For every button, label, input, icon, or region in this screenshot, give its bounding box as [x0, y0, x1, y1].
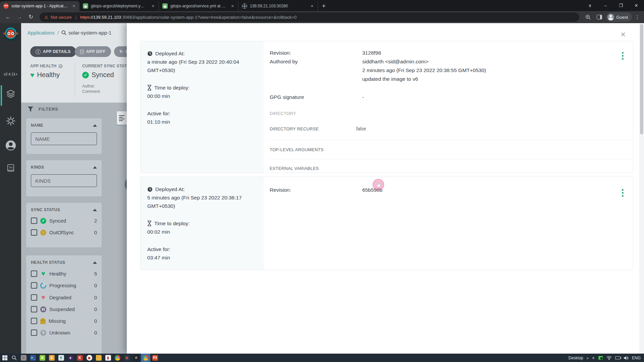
tab-close-icon[interactable]: ✕ — [309, 3, 315, 9]
filter-row-healthy[interactable]: ♥ Healthy 5 — [31, 270, 97, 277]
scrollbar[interactable] — [639, 23, 644, 354]
taskbar-file-explorer[interactable] — [94, 354, 103, 362]
wifi-icon[interactable] — [606, 356, 612, 360]
checkbox[interactable] — [31, 318, 37, 324]
collapse-chevron-icon[interactable] — [93, 124, 97, 127]
minimize-button[interactable]: – — [598, 3, 613, 8]
start-button[interactable] — [0, 354, 9, 362]
clock-icon — [147, 187, 153, 192]
window-menu-icon[interactable]: ∨ — [582, 3, 598, 8]
filter-row-unknown[interactable]: ? Unknown 0 — [31, 329, 97, 336]
collapse-chevron-icon[interactable] — [93, 166, 97, 169]
taskbar-app-powershell[interactable]: >_ — [28, 354, 38, 362]
checkbox[interactable] — [31, 294, 37, 301]
not-secure-warning-icon[interactable]: ⚠ — [44, 15, 48, 20]
sidebar-item-settings[interactable] — [0, 116, 21, 126]
github-favicon-icon — [83, 3, 88, 9]
taskbar-app-document[interactable]: ▮ — [103, 354, 113, 362]
browser-menu-icon[interactable]: ⋮ — [634, 14, 641, 20]
taskbar-app-chrome[interactable] — [113, 354, 122, 362]
network-monitor-tray-icon[interactable] — [598, 356, 603, 360]
filter-row-progressing[interactable]: Progressing 0 — [31, 282, 97, 289]
taskbar-search-button[interactable] — [9, 354, 19, 362]
active-for-label: Active for: — [147, 245, 257, 253]
tab-deployment-yml[interactable]: gitops-argocd/deployment.yml a ✕ — [79, 1, 159, 11]
checkbox[interactable] — [31, 329, 37, 336]
sidebar-item-applications[interactable] — [0, 89, 21, 99]
filter-health-header[interactable]: HEALTH STATUS — [31, 260, 97, 265]
filter-row-suspended[interactable]: Suspended 0 — [31, 306, 97, 312]
hidden-icons-caret[interactable]: ∧ — [592, 356, 595, 360]
hand-cursor-icon — [376, 182, 381, 188]
scrollbar-thumb[interactable] — [640, 24, 643, 134]
tab-service-yml[interactable]: gitops-argocd/service.yml at mai ✕ — [159, 1, 238, 11]
avatar — [607, 14, 614, 20]
collapse-chevron-icon[interactable] — [93, 261, 97, 264]
card-menu-icon[interactable] — [622, 52, 624, 60]
filter-label: Healthy — [49, 271, 66, 277]
tab-close-icon[interactable]: ✕ — [71, 3, 77, 9]
app-diff-button[interactable]: APP DIFF — [75, 46, 111, 57]
taskbar-app-sublime[interactable]: S — [47, 354, 56, 362]
battery-icon[interactable] — [615, 356, 621, 359]
filter-row-synced[interactable]: ✓ Synced 2 — [31, 218, 97, 224]
taskbar-app-chrome-active[interactable] — [141, 354, 150, 362]
synced-check-icon: ✓ — [82, 72, 89, 78]
taskbar-app-red-circle[interactable]: ◉ — [85, 354, 94, 362]
collapse-chevron-icon[interactable] — [93, 209, 97, 211]
forward-icon[interactable]: → — [15, 12, 24, 22]
taskbar-app-remote-desktop[interactable]: ⧉ — [122, 354, 131, 362]
revision-value[interactable]: 3128f98 — [362, 49, 381, 57]
tab-ip-address[interactable]: 139.59.21.103:30280 ✕ — [238, 1, 318, 11]
app-details-button[interactable]: i APP DETAILS — [30, 46, 76, 57]
hourglass-icon — [147, 221, 152, 226]
deployed-at-value: a minute ago (Fri Sep 23 2022 20:40:04 G… — [147, 58, 257, 74]
taskbar-app-notepadpp[interactable]: N — [38, 354, 47, 362]
sidebar-item-help[interactable]: ?≡ — [0, 164, 21, 173]
sidebar-item-user[interactable] — [0, 140, 21, 151]
zoom-icon[interactable] — [583, 12, 593, 22]
language-indicator[interactable]: ENG — [632, 356, 641, 360]
close-window-button[interactable]: ✕ — [629, 3, 644, 8]
reload-icon[interactable]: ↻ — [26, 12, 36, 22]
restore-button[interactable]: ❐ — [613, 3, 629, 8]
side-panel-icon[interactable] — [595, 12, 604, 22]
taskbar-app-mobaxterm[interactable]: ⌾ — [19, 354, 28, 362]
address-bar[interactable]: ⚠ Not secure | https://139.59.21.103:306… — [40, 12, 579, 22]
deploy-details: Revision: 3128f98 Authored by siddharth … — [264, 41, 633, 173]
name-filter-input[interactable] — [31, 132, 97, 145]
desktop-chevrons-icon[interactable]: » — [587, 356, 589, 360]
taskbar-app-winscp[interactable]: ⚲ — [56, 354, 66, 362]
new-tab-button[interactable]: + — [318, 3, 330, 11]
security-chip[interactable]: Not secure — [51, 15, 72, 20]
checkbox[interactable] — [31, 306, 37, 312]
show-desktop-label[interactable]: Desktop — [569, 356, 583, 360]
filter-sync-header[interactable]: SYNC STATUS — [31, 207, 97, 212]
taskbar-app-vnc[interactable]: ✇ — [131, 354, 141, 362]
kinds-filter-input[interactable] — [31, 174, 97, 187]
checkbox[interactable] — [31, 229, 37, 236]
directory-recurse-row: DIRECTORY RECURSE false — [264, 126, 633, 140]
filter-kinds-header[interactable]: KINDS — [31, 165, 97, 170]
card-menu-icon[interactable] — [622, 189, 624, 197]
health-help-icon[interactable]: ? — [58, 64, 63, 68]
profile-button[interactable]: Guest — [606, 12, 632, 22]
speaker-icon[interactable] — [624, 356, 629, 360]
breadcrumb-applications-link[interactable]: Applications — [28, 30, 55, 36]
taskbar-app-keepass[interactable]: K — [75, 354, 85, 362]
back-icon[interactable]: ← — [3, 12, 13, 22]
tab-close-icon[interactable]: ✕ — [150, 3, 156, 9]
filter-row-outofsync[interactable]: ↑ OutOfSync 0 — [31, 229, 97, 236]
checkbox[interactable] — [31, 218, 37, 224]
filter-name-header[interactable]: NAME — [31, 123, 97, 128]
checkbox[interactable] — [31, 270, 37, 277]
filter-row-missing[interactable]: Missing 0 — [31, 318, 97, 324]
tab-close-icon[interactable]: ✕ — [230, 3, 235, 9]
taskbar-app-eclipse[interactable]: e — [66, 354, 75, 362]
collapsed-panel-button[interactable] — [117, 111, 127, 125]
close-panel-icon[interactable]: ✕ — [620, 31, 626, 39]
filter-row-degraded[interactable]: ♥ Degraded 0 — [31, 294, 97, 301]
tab-argocd-app[interactable]: solar-system-app-1 - Application ✕ — [0, 1, 79, 11]
checkbox[interactable] — [31, 282, 37, 289]
taskbar-app-powerpoint[interactable]: P3 — [150, 354, 160, 362]
